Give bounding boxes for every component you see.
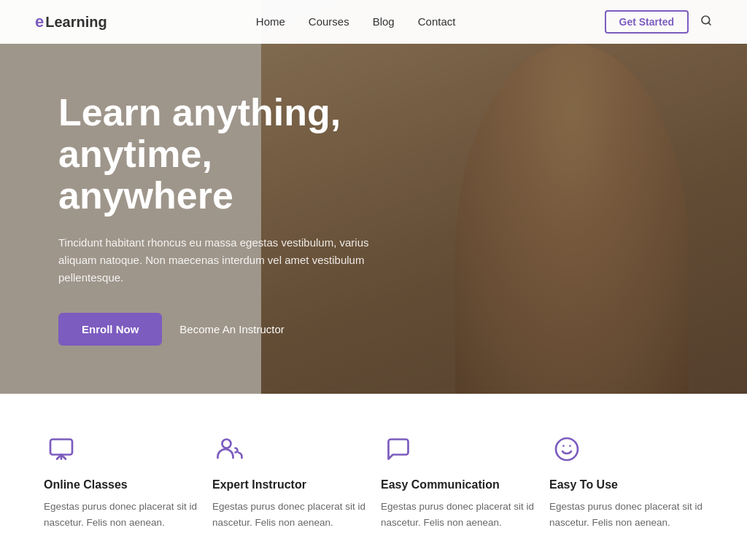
logo: eLearning (35, 12, 107, 31)
logo-text: Learning (45, 14, 107, 31)
nav-right: Get Started (605, 10, 712, 34)
nav-item-courses[interactable]: Courses (309, 15, 349, 28)
nav-links: Home Courses Blog Contact (256, 15, 456, 28)
feature-easy-to-use: Easy To Use Egestas purus donec placerat… (549, 432, 703, 530)
nav-link-blog[interactable]: Blog (373, 15, 395, 28)
become-instructor-button[interactable]: Become An Instructor (179, 323, 284, 335)
search-button[interactable] (700, 15, 712, 29)
easy-to-use-desc: Egestas purus donec placerat sit id nasc… (549, 499, 703, 530)
enroll-now-button[interactable]: Enroll Now (58, 313, 162, 346)
feature-expert-instructor: Expert Instructor Egestas purus donec pl… (212, 432, 366, 530)
svg-line-1 (708, 23, 711, 25)
hero-section: Learn anything, anytime, anywhere Tincid… (0, 0, 747, 394)
chat-icon (385, 436, 411, 462)
easy-communication-icon (381, 432, 416, 467)
users-icon (217, 436, 243, 462)
navbar: eLearning Home Courses Blog Contact Get … (0, 0, 747, 44)
search-icon (700, 15, 712, 26)
monitor-icon (48, 436, 74, 462)
hero-content: Learn anything, anytime, anywhere Tincid… (0, 44, 438, 394)
easy-to-use-title: Easy To Use (549, 478, 618, 491)
easy-to-use-icon (549, 432, 584, 467)
feature-easy-communication: Easy Communication Egestas purus donec p… (381, 432, 535, 530)
expert-instructor-desc: Egestas purus donec placerat sit id nasc… (212, 499, 366, 530)
easy-communication-desc: Egestas purus donec placerat sit id nasc… (381, 499, 535, 530)
feature-online-classes: Online Classes Egestas purus donec place… (44, 432, 198, 530)
logo-e: e (35, 12, 44, 31)
nav-link-courses[interactable]: Courses (309, 15, 349, 28)
svg-rect-2 (50, 440, 72, 455)
expert-instructor-icon (212, 432, 247, 467)
features-section: Online Classes Egestas purus donec place… (0, 394, 747, 560)
get-started-button[interactable]: Get Started (605, 10, 689, 34)
online-classes-icon (44, 432, 79, 467)
svg-point-5 (556, 438, 578, 460)
expert-instructor-title: Expert Instructor (212, 478, 306, 491)
svg-point-4 (222, 440, 231, 448)
nav-item-blog[interactable]: Blog (373, 15, 395, 28)
online-classes-desc: Egestas purus donec placerat sit id nasc… (44, 499, 198, 530)
easy-communication-title: Easy Communication (381, 478, 500, 491)
nav-item-home[interactable]: Home (256, 15, 285, 28)
hero-title: Learn anything, anytime, anywhere (58, 92, 379, 217)
online-classes-title: Online Classes (44, 478, 128, 491)
nav-link-home[interactable]: Home (256, 15, 285, 28)
hero-description: Tincidunt habitant rhoncus eu massa eges… (58, 234, 379, 287)
hero-buttons: Enroll Now Become An Instructor (58, 313, 379, 346)
nav-link-contact[interactable]: Contact (418, 15, 456, 28)
nav-item-contact[interactable]: Contact (418, 15, 456, 28)
smiley-icon (554, 436, 580, 462)
